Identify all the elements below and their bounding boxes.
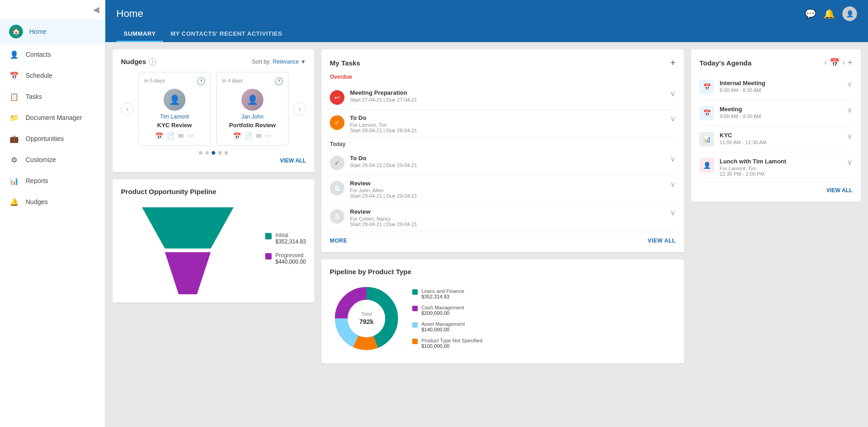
- product-legend: Loans and Finance $352,314.83 Cash Manag…: [412, 288, 482, 349]
- agenda-kyc-chevron-icon[interactable]: ∨: [847, 132, 852, 141]
- contacts-icon: 👤: [9, 49, 19, 59]
- sidebar-item-schedule-label: Schedule: [26, 72, 52, 79]
- nudge-dot-5[interactable]: [224, 151, 228, 155]
- nudges-card: Nudges i Sort by: Relevance ▼ ‹ In 5 da: [113, 49, 314, 172]
- sidebar-item-tasks[interactable]: 📋 Tasks: [0, 86, 105, 107]
- tab-contacts-recent[interactable]: MY CONTACTS' RECENT ACTIVITIES: [163, 27, 289, 42]
- tasks-view-all-button[interactable]: VIEW ALL: [648, 238, 676, 244]
- nudge-more-icon-1[interactable]: ⋯: [187, 132, 194, 140]
- header-tabs: SUMMARY MY CONTACTS' RECENT ACTIVITIES: [116, 27, 857, 42]
- product-legend-unspecified-text: Product Type Not Specified $100,000.00: [421, 338, 482, 349]
- nudge-action-1: KYC Review: [157, 122, 192, 129]
- svg-marker-0: [142, 207, 234, 249]
- nudges-view-all[interactable]: VIEW ALL: [121, 157, 306, 164]
- task-review-1-icon: 📄: [330, 181, 344, 195]
- task-meeting-prep-meta: Start 27-04-21 | Due 27-04-21: [350, 97, 665, 103]
- nudge-calendar-icon-1[interactable]: 📅: [155, 132, 163, 140]
- carousel-prev-button[interactable]: ‹: [121, 103, 134, 115]
- sidebar-item-schedule[interactable]: 📅 Schedule: [0, 65, 105, 86]
- task-review-2-info: Review For Cohen, Nancy Start 29-04-21 |…: [350, 208, 665, 227]
- left-column: Nudges i Sort by: Relevance ▼ ‹ In 5 da: [113, 49, 314, 420]
- agenda-next-button[interactable]: ›: [842, 59, 845, 67]
- nudge-name-1[interactable]: Tim Lamont: [160, 114, 189, 120]
- task-todo-1-info: To Do For Lamont, Tim Start 28-04-21 | D…: [350, 114, 665, 133]
- agenda-calendar-icon-button[interactable]: 📅: [830, 58, 840, 68]
- tab-summary[interactable]: SUMMARY: [116, 27, 163, 42]
- sidebar-item-customize[interactable]: ⚙ Customize: [0, 149, 105, 170]
- page-title: Home: [116, 8, 143, 20]
- add-task-button[interactable]: +: [670, 58, 676, 68]
- agenda-lunch-info: Lunch with Tim Lamont For Lamont, Tim 12…: [720, 158, 841, 177]
- agenda-meeting-name: Meeting: [720, 106, 841, 113]
- nudges-info-icon[interactable]: i: [149, 58, 156, 65]
- agenda-lunch-chevron-icon[interactable]: ∨: [847, 158, 852, 167]
- nudge-email-icon-2[interactable]: ✉: [256, 132, 262, 140]
- sidebar-item-nudges[interactable]: 🔔 Nudges: [0, 191, 105, 212]
- funnel-chart: [121, 203, 254, 294]
- agenda-meeting-icon: 📅: [699, 106, 714, 120]
- agenda-internal-meeting-chevron-icon[interactable]: ∨: [847, 80, 852, 88]
- nudge-email-icon-1[interactable]: ✉: [178, 132, 184, 140]
- sidebar-item-contacts[interactable]: 👤 Contacts: [0, 44, 105, 65]
- agenda-kyc-name: KYC: [720, 132, 841, 139]
- agenda-add-button[interactable]: +: [847, 58, 852, 68]
- product-legend-loans-color: [412, 289, 418, 295]
- notifications-icon-button[interactable]: 🔔: [824, 8, 835, 19]
- task-item-review-1: 📄 Review For John, Allen Start 29-04-21 …: [330, 175, 676, 204]
- nudge-note-icon-2[interactable]: 📄: [245, 132, 252, 140]
- agenda-meeting-chevron-icon[interactable]: ∨: [847, 106, 852, 114]
- product-legend-loans-label: Loans and Finance: [421, 288, 464, 294]
- mid-column: My Tasks + Overdue ↩ Meeting Preparation…: [322, 49, 684, 420]
- donut-total-label: Total: [359, 311, 373, 318]
- nudge-more-icon-2[interactable]: ⋯: [265, 132, 272, 140]
- task-item-meeting-prep: ↩ Meeting Preparation Start 27-04-21 | D…: [330, 85, 676, 110]
- sidebar-item-document-manager-label: Document Manager: [26, 114, 82, 121]
- sidebar-item-opportunities[interactable]: 💼 Opportunities: [0, 128, 105, 149]
- reports-icon: 📊: [9, 176, 19, 186]
- sidebar-collapse-button[interactable]: ◀: [93, 5, 99, 15]
- agenda-kyc-info: KYC 11:00 AM - 11:30 AM: [720, 132, 841, 145]
- nudge-action-2: Portfolio Review: [229, 122, 276, 129]
- nudges-sort-control[interactable]: Sort by: Relevance ▼: [252, 59, 306, 65]
- nudge-name-2[interactable]: Jan John: [241, 114, 264, 120]
- task-meeting-prep-icon: ↩: [330, 90, 344, 105]
- task-item-todo-1: ✓ To Do For Lamont, Tim Start 28-04-21 |…: [330, 110, 676, 138]
- tasks-more-button[interactable]: MORE: [330, 238, 347, 244]
- sidebar-item-opportunities-label: Opportunities: [26, 135, 64, 142]
- task-todo-2-info: To Do Start 29-04-21 | Due 29-04-21: [350, 155, 665, 168]
- nudge-dot-4[interactable]: [218, 151, 222, 155]
- nudge-dot-1[interactable]: [199, 151, 202, 155]
- nudge-dot-2[interactable]: [205, 151, 209, 155]
- agenda-item-internal-meeting: 📅 Internal Meeting 8:00 AM - 8:30 AM ∨: [699, 74, 852, 100]
- task-todo-2-chevron-icon[interactable]: ∨: [670, 155, 676, 163]
- sidebar-item-reports[interactable]: 📊 Reports: [0, 170, 105, 191]
- tasks-overdue-label: Overdue: [330, 74, 676, 82]
- pipeline-legend-initial-color: [265, 233, 272, 239]
- messages-icon-button[interactable]: 💬: [805, 8, 816, 19]
- nudge-note-icon-1[interactable]: 📄: [167, 132, 175, 140]
- nudge-calendar-icon-2[interactable]: 📅: [233, 132, 241, 140]
- carousel-next-button[interactable]: ›: [293, 103, 306, 115]
- task-review-2-chevron-icon[interactable]: ∨: [670, 208, 676, 217]
- agenda-kyc-time: 11:00 AM - 11:30 AM: [720, 140, 841, 145]
- task-todo-1-meta-1: For Lamont, Tim: [350, 122, 665, 128]
- agenda-prev-button[interactable]: ‹: [824, 59, 827, 67]
- task-review-1-chevron-icon[interactable]: ∨: [670, 180, 676, 189]
- sidebar-item-home[interactable]: 🏠 Home: [0, 19, 105, 44]
- product-legend-loans-value: $352,314.83: [421, 294, 464, 299]
- tasks-icon: 📋: [9, 92, 19, 102]
- sidebar-item-document-manager[interactable]: 📁 Document Manager: [0, 107, 105, 128]
- product-legend-cash-value: $200,000.00: [421, 310, 464, 316]
- nudge-card-1-days: In 5 days: [144, 78, 165, 83]
- nudge-card-2-days: In 4 days: [222, 78, 243, 83]
- nudge-dot-3[interactable]: [212, 151, 215, 155]
- agenda-view-all[interactable]: VIEW ALL: [699, 187, 852, 194]
- user-avatar[interactable]: 👤: [842, 6, 857, 21]
- nudge-action-icons-1: 📅 📄 ✉ ⋯: [155, 132, 194, 140]
- task-meeting-prep-chevron-icon[interactable]: ∨: [670, 89, 676, 98]
- tasks-header: My Tasks +: [330, 58, 676, 68]
- task-todo-1-chevron-icon[interactable]: ∨: [670, 114, 676, 123]
- pipeline-content: Initial $352,314.83 Progressed $440,000.…: [121, 203, 306, 294]
- pipeline-legend-progressed-color: [265, 253, 272, 259]
- tasks-footer: MORE VIEW ALL: [330, 238, 676, 244]
